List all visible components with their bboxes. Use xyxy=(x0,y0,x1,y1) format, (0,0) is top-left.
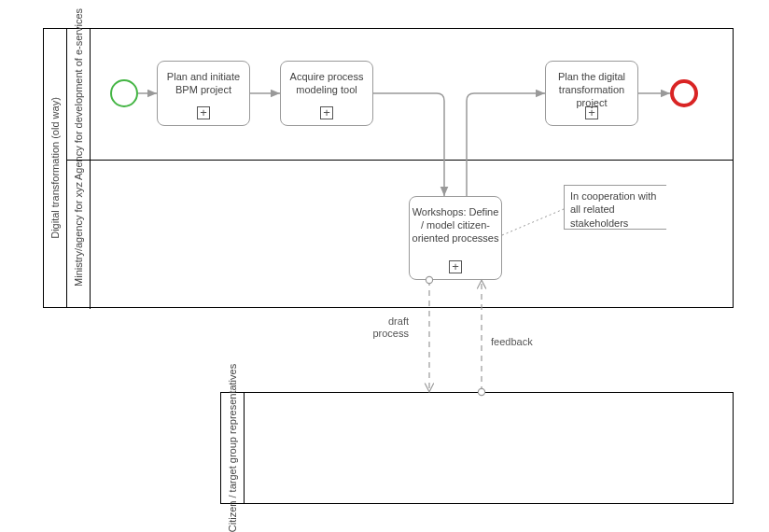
label-draft-process: draft process xyxy=(362,315,409,340)
annotation-text: In cooperation with all related stakehol… xyxy=(570,190,656,229)
task-plan-bpm: Plan and initiate BPM project + xyxy=(157,61,250,126)
lane-title-cell-bottom: Ministry/agency for xyz xyxy=(67,160,91,309)
task-label: Plan the digital transformation project xyxy=(546,71,637,109)
task-acquire-tool: Acquire process modeling tool + xyxy=(280,61,373,126)
expand-icon: + xyxy=(449,260,462,273)
lane-title-cell-top: Agency for development of e-services xyxy=(67,29,91,160)
pool2-title-cell: Citizen / target group representatives xyxy=(221,393,245,503)
expand-icon: + xyxy=(197,106,210,119)
pool2-title: Citizen / target group representatives xyxy=(227,364,238,532)
expand-icon: + xyxy=(585,106,598,119)
start-event xyxy=(110,79,138,107)
task-label: Workshops: Define / model citizen-orient… xyxy=(410,206,501,245)
task-plan-digital: Plan the digital transformation project … xyxy=(545,61,638,126)
lane-divider xyxy=(67,160,733,161)
pool-title-cell: Digital transformation (old way) xyxy=(44,29,67,307)
expand-icon: + xyxy=(320,106,333,119)
label-feedback: feedback xyxy=(491,336,547,348)
end-event xyxy=(670,79,698,107)
lane-title-bottom: Ministry/agency for xyz xyxy=(73,182,84,287)
pool-citizen-reps: Citizen / target group representatives xyxy=(220,392,734,504)
pool-title: Digital transformation (old way) xyxy=(49,97,61,239)
task-label: Plan and initiate BPM project xyxy=(158,71,249,97)
lane-title-top: Agency for development of e-services xyxy=(73,8,84,180)
task-label: Acquire process modeling tool xyxy=(281,71,372,97)
task-workshops: Workshops: Define / model citizen-orient… xyxy=(409,196,502,280)
annotation-stakeholders: In cooperation with all related stakehol… xyxy=(564,185,666,230)
